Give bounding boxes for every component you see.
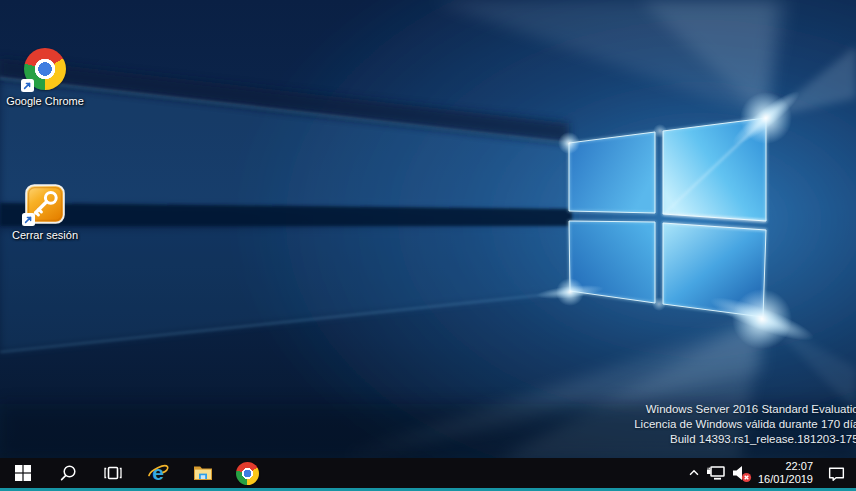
- windows-desktop: Google Chrome: [0, 0, 856, 491]
- chrome-taskbar-button[interactable]: [225, 458, 270, 488]
- system-tray: 22:07 16/01/2019: [684, 458, 856, 488]
- file-explorer-button[interactable]: [180, 458, 225, 488]
- windows-logo-icon: [15, 465, 31, 481]
- file-explorer-icon: [191, 461, 215, 485]
- task-view-icon: [103, 463, 123, 483]
- network-status-button[interactable]: [704, 458, 728, 488]
- clock-date: 16/01/2019: [754, 473, 813, 486]
- shortcut-arrow-icon: [22, 213, 35, 226]
- search-button[interactable]: [45, 458, 90, 488]
- license-watermark: Windows Server 2016 Standard Evaluation …: [634, 402, 856, 447]
- internet-explorer-button[interactable]: e: [135, 458, 180, 488]
- action-center-icon: [827, 464, 846, 483]
- svg-text:e: e: [152, 461, 164, 484]
- watermark-line-3: Build 14393.rs1_release.181203-1755: [634, 432, 856, 447]
- desktop-wallpaper: [0, 0, 856, 458]
- show-hidden-icons-button[interactable]: [684, 458, 704, 488]
- action-center-button[interactable]: [816, 458, 856, 488]
- shortcut-arrow-icon: [21, 79, 34, 92]
- google-chrome-icon: [236, 462, 259, 485]
- taskbar-clock[interactable]: 22:07 16/01/2019: [754, 458, 816, 488]
- task-view-button[interactable]: [90, 458, 135, 488]
- volume-button[interactable]: [728, 458, 754, 488]
- desktop-icon-label: Google Chrome: [6, 95, 84, 107]
- clock-time: 22:07: [754, 460, 813, 473]
- taskbar: e: [0, 458, 856, 488]
- internet-explorer-icon: e: [146, 461, 170, 485]
- search-icon: [59, 464, 77, 482]
- start-button[interactable]: [0, 458, 45, 488]
- desktop-icon-label: Cerrar sesión: [6, 229, 84, 241]
- desktop-icon-cerrar-sesion[interactable]: Cerrar sesión: [6, 184, 84, 241]
- desktop-icon-google-chrome[interactable]: Google Chrome: [6, 48, 84, 107]
- network-ethernet-icon: [706, 463, 726, 483]
- watermark-line-1: Windows Server 2016 Standard Evaluation: [634, 402, 856, 417]
- chevron-up-icon: [687, 466, 701, 480]
- watermark-line-2: Licencia de Windows válida durante 170 d…: [634, 417, 856, 432]
- volume-muted-icon: [730, 462, 752, 484]
